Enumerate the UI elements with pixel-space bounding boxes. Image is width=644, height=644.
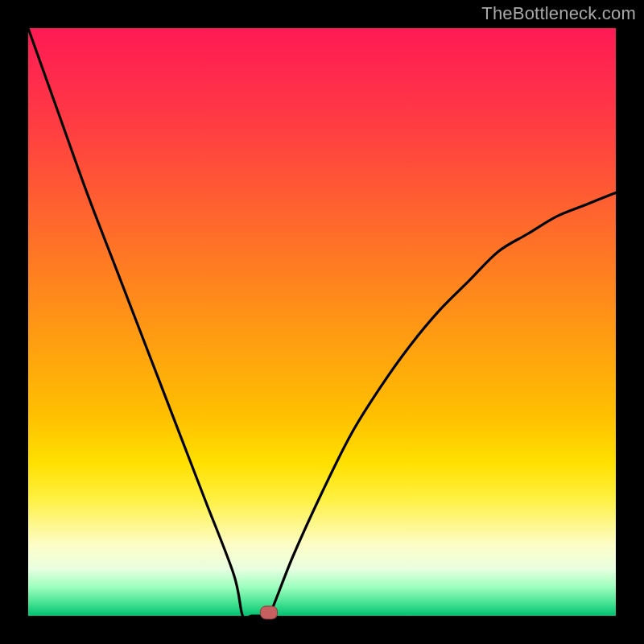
optimal-point-marker [260,605,278,619]
chart-frame: TheBottleneck.com [0,0,644,644]
bottleneck-curve [28,28,616,616]
watermark-text: TheBottleneck.com [481,3,636,24]
